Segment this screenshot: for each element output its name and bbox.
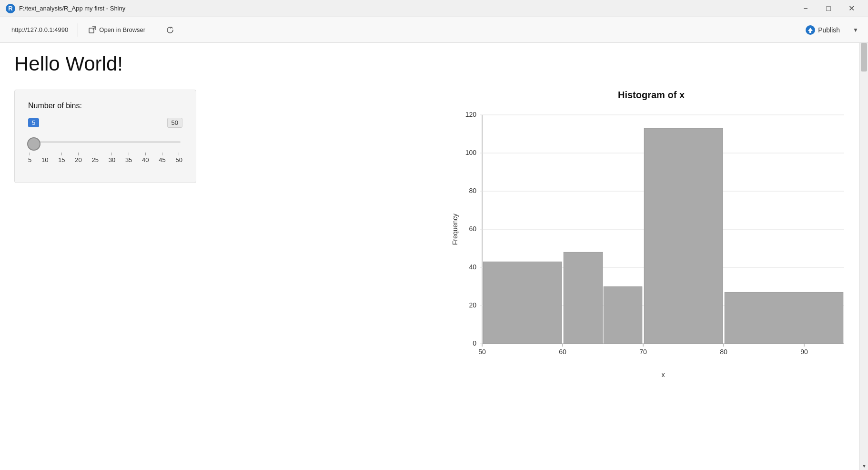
refresh-button[interactable] xyxy=(162,24,178,36)
svg-text:120: 120 xyxy=(465,111,477,118)
svg-text:80: 80 xyxy=(720,348,727,356)
external-link-icon xyxy=(89,26,96,34)
publish-button[interactable]: Publish xyxy=(798,22,847,38)
scrollbar[interactable]: ▲ ▼ xyxy=(859,43,868,470)
publish-icon xyxy=(806,25,815,35)
tick-25: 25 xyxy=(92,153,99,163)
slider-current-min: 5 xyxy=(28,118,39,127)
bar-4 xyxy=(644,128,723,344)
svg-text:40: 40 xyxy=(469,263,476,271)
bar-3 xyxy=(604,286,642,344)
svg-text:100: 100 xyxy=(465,149,477,156)
chart-title: Histogram of x xyxy=(449,90,854,101)
svg-text:0: 0 xyxy=(473,339,476,347)
open-in-browser-button[interactable]: Open in Browser xyxy=(84,23,150,37)
refresh-icon xyxy=(166,26,174,34)
svg-text:90: 90 xyxy=(800,348,808,356)
chart-area: Histogram of x 0 xyxy=(449,90,854,401)
app-icon: R xyxy=(6,4,15,13)
svg-text:20: 20 xyxy=(469,301,476,309)
tick-20: 20 xyxy=(75,153,81,163)
bar-1 xyxy=(483,262,562,344)
page-title: Hello World! xyxy=(14,52,854,75)
separator2 xyxy=(156,23,156,37)
slider-current-max: 50 xyxy=(167,118,182,128)
sidebar-panel: Number of bins: 5 50 5 10 15 20 xyxy=(14,90,196,183)
chart-container: 0 20 40 60 80 100 xyxy=(449,105,854,401)
close-button[interactable]: ✕ xyxy=(840,0,862,17)
tick-5: 5 xyxy=(28,153,31,163)
minimize-button[interactable]: − xyxy=(795,0,817,17)
tick-40: 40 xyxy=(142,153,149,163)
maximize-button[interactable]: □ xyxy=(818,0,839,17)
bar-2 xyxy=(564,252,603,344)
tick-15: 15 xyxy=(58,153,65,163)
scrollbar-down-button[interactable]: ▼ xyxy=(860,461,868,470)
x-axis-label: x xyxy=(662,371,665,378)
window-controls: − □ ✕ xyxy=(795,0,862,17)
content-row: Number of bins: 5 50 5 10 15 20 xyxy=(14,90,854,401)
bar-5 xyxy=(725,292,843,344)
y-axis-label: Frequency xyxy=(451,214,459,245)
slider-labels-top: 5 50 xyxy=(28,118,182,128)
svg-text:50: 50 xyxy=(478,348,486,356)
slider-ticks: 5 10 15 20 25 30 35 40 45 50 xyxy=(28,153,182,163)
title-bar: R F:/text_analysis/R_App my first - Shin… xyxy=(0,0,868,17)
histogram-chart: 0 20 40 60 80 100 xyxy=(449,105,854,382)
svg-text:70: 70 xyxy=(639,348,647,356)
tick-10: 10 xyxy=(41,153,48,163)
slider-track-area xyxy=(30,131,181,150)
tick-45: 45 xyxy=(159,153,165,163)
svg-text:60: 60 xyxy=(469,225,476,233)
scrollbar-thumb[interactable] xyxy=(861,43,867,72)
slider-thumb[interactable] xyxy=(27,137,40,151)
url-display: http://127.0.0.1:4990 xyxy=(8,24,72,35)
window-title: F:/text_analysis/R_App my first - Shiny xyxy=(19,5,795,12)
svg-text:60: 60 xyxy=(559,348,566,356)
svg-text:80: 80 xyxy=(469,187,476,194)
tick-35: 35 xyxy=(125,153,132,163)
bins-label: Number of bins: xyxy=(28,102,182,110)
separator xyxy=(78,23,78,37)
publish-label: Publish xyxy=(818,26,840,34)
open-in-browser-label: Open in Browser xyxy=(99,26,145,33)
tick-30: 30 xyxy=(109,153,115,163)
tick-50: 50 xyxy=(175,153,182,163)
publish-dropdown-button[interactable]: ▼ xyxy=(851,24,860,36)
slider-container: 5 50 5 10 15 20 25 30 35 40 xyxy=(28,118,182,163)
toolbar: http://127.0.0.1:4990 Open in Browser Pu… xyxy=(0,17,868,43)
main-content: Hello World! Number of bins: 5 50 5 10 xyxy=(0,43,868,410)
slider-track xyxy=(30,141,181,143)
